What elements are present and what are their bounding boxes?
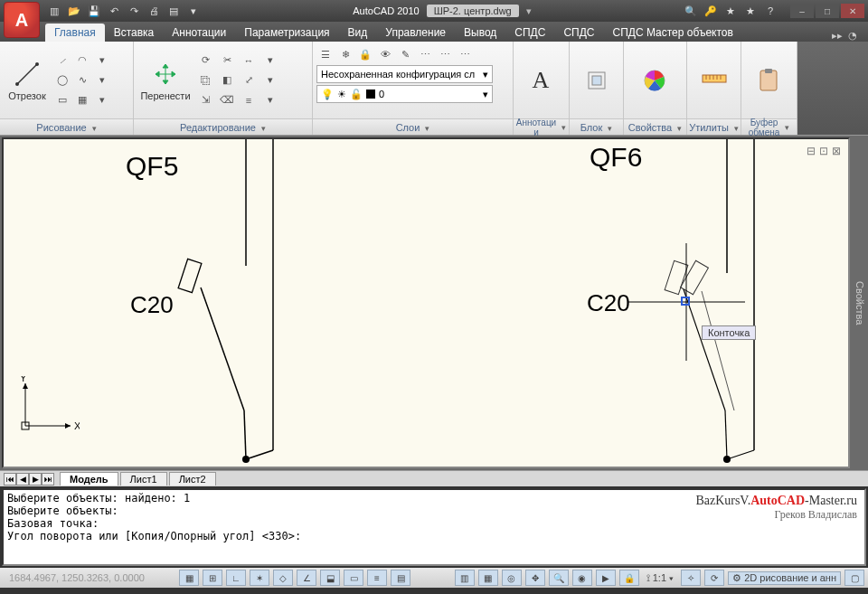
vp-min-icon[interactable]: ⊟ xyxy=(807,145,816,157)
stretch-icon[interactable]: ⇲ xyxy=(196,91,214,109)
tab-param[interactable]: Параметризация xyxy=(235,24,338,42)
panel-modify-title[interactable]: Редактирование xyxy=(134,118,312,135)
search-icon[interactable]: 🔍 xyxy=(682,3,700,19)
annoscale-icon[interactable]: ✧ xyxy=(681,570,701,586)
app-menu-button[interactable]: A xyxy=(4,2,40,38)
circle-icon[interactable]: ◯ xyxy=(53,71,71,90)
panel-draw-title[interactable]: Рисование xyxy=(0,118,133,135)
qat-plot-icon[interactable]: 🖨 xyxy=(145,3,163,19)
vp-close-icon[interactable]: ⊠ xyxy=(832,145,841,157)
erase-icon[interactable]: ⌫ xyxy=(218,91,236,109)
document-tab[interactable]: ШР-2. центр.dwg xyxy=(427,5,519,17)
sheet-next-icon[interactable]: ▶ xyxy=(29,473,42,486)
layerprop-icon[interactable]: ☰ xyxy=(316,45,335,63)
annosync-icon[interactable]: ⟳ xyxy=(704,570,724,586)
layeroff-icon[interactable]: 👁 xyxy=(376,45,394,63)
sheet-prev-icon[interactable]: ◀ xyxy=(16,473,29,486)
qat-save-icon[interactable]: 💾 xyxy=(85,3,103,19)
sheet-first-icon[interactable]: ⏮ xyxy=(4,473,16,486)
layermatch-icon[interactable]: ✎ xyxy=(396,45,414,63)
explode-dd-icon[interactable]: ▾ xyxy=(261,91,279,109)
rectangle-icon[interactable]: ▭ xyxy=(53,91,71,109)
palette-properties-tab[interactable]: Свойства xyxy=(852,136,868,470)
move-button[interactable]: Перенести xyxy=(137,49,193,112)
hatch-icon[interactable]: ▦ xyxy=(73,91,91,109)
array-dd-icon[interactable]: ▾ xyxy=(261,71,279,90)
maximize-button[interactable]: □ xyxy=(816,4,839,18)
tab-home[interactable]: Главная xyxy=(45,24,105,42)
grid-toggle[interactable]: ⊞ xyxy=(203,570,222,586)
vp-max-icon[interactable]: ⊡ xyxy=(819,145,828,157)
fillet-dd-icon[interactable]: ▾ xyxy=(261,52,279,70)
qat-open-icon[interactable]: 📂 xyxy=(65,3,83,19)
nav-toggle[interactable]: ◎ xyxy=(502,570,522,586)
drawing-canvas[interactable]: ⊟ ⊡ ⊠ QF5 C20 xyxy=(2,137,850,468)
mirror-icon[interactable]: ◧ xyxy=(218,71,236,90)
pan-icon[interactable]: ✥ xyxy=(525,570,545,586)
tab-anno[interactable]: Аннотации xyxy=(163,24,235,42)
spline-icon[interactable]: ∿ xyxy=(73,71,91,90)
snap-toggle[interactable]: ▦ xyxy=(179,570,199,586)
panel-props-title[interactable]: Свойства xyxy=(624,118,686,135)
help-icon[interactable]: ? xyxy=(761,3,779,19)
layer-current-combo[interactable]: 💡 ☀ 🔓 0 ▾ xyxy=(316,85,493,103)
layermore3-icon[interactable]: ⋯ xyxy=(456,45,474,63)
more-dd-icon[interactable]: ▾ xyxy=(93,91,111,109)
layer-state-combo[interactable]: Несохраненная конфигурация сл ▾ xyxy=(316,65,493,83)
ortho-toggle[interactable]: ∟ xyxy=(226,570,246,586)
favorite-icon[interactable]: ★ xyxy=(722,3,740,19)
panel-utils-title[interactable]: Утилиты xyxy=(687,118,741,135)
trim-icon[interactable]: ✂ xyxy=(218,52,236,70)
tab-spds1[interactable]: СПДС xyxy=(505,24,554,42)
layermore2-icon[interactable]: ⋯ xyxy=(436,45,454,63)
annotation-button[interactable]: A xyxy=(517,49,564,112)
block-button[interactable] xyxy=(573,49,619,112)
offset-icon[interactable]: ≡ xyxy=(240,91,258,109)
tab-view[interactable]: Вид xyxy=(339,24,377,42)
qat-more-icon[interactable]: ▾ xyxy=(184,3,203,19)
tab-spds-master[interactable]: СПДС Мастер объектов xyxy=(603,24,741,42)
polar-toggle[interactable]: ✶ xyxy=(250,570,269,586)
panel-block-title[interactable]: Блок xyxy=(570,118,623,135)
sheet-last-icon[interactable]: ⏭ xyxy=(42,473,54,486)
doc-dd-icon[interactable]: ▾ xyxy=(526,5,532,17)
ellipse-dd-icon[interactable]: ▾ xyxy=(93,71,111,90)
extend-icon[interactable]: ↔ xyxy=(240,52,258,70)
cleanscreen-icon[interactable]: ▢ xyxy=(844,570,864,586)
osnap-toggle[interactable]: ◇ xyxy=(273,570,293,586)
tab-output[interactable]: Вывод xyxy=(455,24,505,42)
annoscale-lock-icon[interactable]: 🔒 xyxy=(619,570,639,586)
ducs-toggle[interactable]: ⬓ xyxy=(320,570,340,586)
arc-icon[interactable]: ◠ xyxy=(73,52,91,70)
qprop-toggle[interactable]: ▤ xyxy=(391,570,410,586)
pline-dd-icon[interactable]: ▾ xyxy=(93,52,111,70)
lwt-toggle[interactable]: ≡ xyxy=(367,570,387,586)
properties-button[interactable] xyxy=(627,49,682,112)
qat-undo-icon[interactable]: ↶ xyxy=(105,3,123,19)
copy-icon[interactable]: ⿻ xyxy=(196,71,214,90)
tab-manage[interactable]: Управление xyxy=(376,24,455,42)
rotate-icon[interactable]: ⟳ xyxy=(196,52,214,70)
tabs-overflow[interactable]: ▸▸◔ xyxy=(832,30,868,42)
key-icon[interactable]: 🔑 xyxy=(702,3,720,19)
layeriso-icon[interactable]: ❄ xyxy=(336,45,354,63)
tab-insert[interactable]: Вставка xyxy=(105,24,164,42)
workspace-switch[interactable]: ⚙ 2D рисование и анн xyxy=(728,571,841,585)
otrack-toggle[interactable]: ∠ xyxy=(297,570,316,586)
scale-icon[interactable]: ⤢ xyxy=(240,71,258,90)
coords-readout[interactable]: 1684.4967, 1250.3263, 0.0000 xyxy=(4,572,175,583)
polyline-icon[interactable]: ⟋ xyxy=(53,52,71,70)
layerfreeze-icon[interactable]: 🔒 xyxy=(356,45,374,63)
showmotion-icon[interactable]: ▶ xyxy=(596,570,616,586)
quickview-toggle[interactable]: ▦ xyxy=(478,570,498,586)
qat-new-icon[interactable]: ▥ xyxy=(45,3,63,19)
steering-icon[interactable]: ◉ xyxy=(572,570,592,586)
zoom-icon[interactable]: 🔍 xyxy=(549,570,569,586)
close-button[interactable]: ✕ xyxy=(841,4,864,18)
panel-anno-title[interactable]: Аннотаци и xyxy=(514,118,569,135)
dyn-toggle[interactable]: ▭ xyxy=(344,570,363,586)
panel-layers-title[interactable]: Слои xyxy=(313,118,513,135)
sheet-layout1[interactable]: Лист1 xyxy=(120,472,167,486)
scale-combo[interactable]: ⟟ 1:1 ▾ xyxy=(643,572,677,584)
favorite2-icon[interactable]: ★ xyxy=(741,3,760,19)
